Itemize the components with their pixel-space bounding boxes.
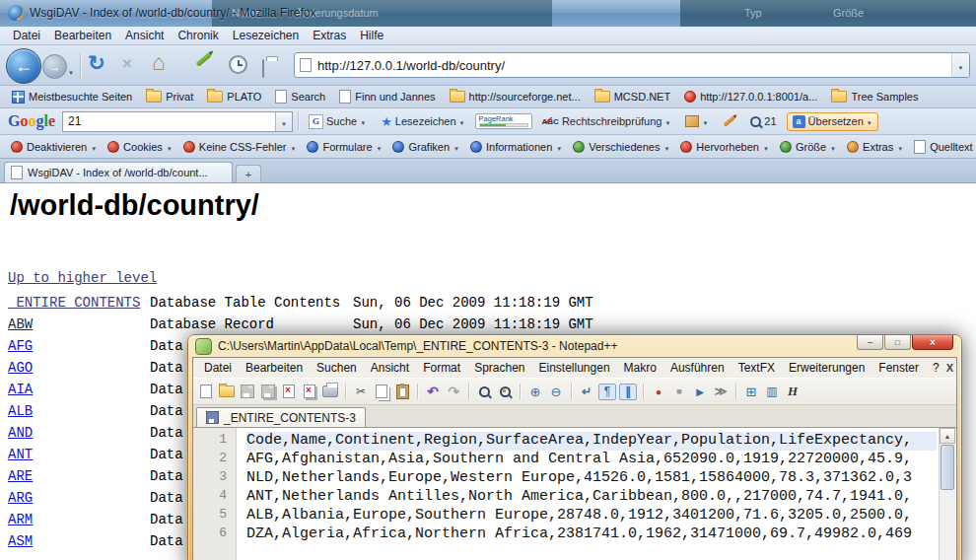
undo-icon[interactable] — [424, 384, 442, 400]
google-search-button[interactable]: Suche — [304, 112, 371, 131]
bookmark-sourceforge[interactable]: http://sourceforge.net... — [444, 89, 587, 105]
find-icon[interactable] — [475, 384, 493, 400]
bookmark-localhost-8001[interactable]: http://127.0.0.1:8001/a... — [678, 89, 823, 105]
scrollbar-thumb[interactable] — [941, 445, 954, 490]
dir-link-ago[interactable]: AGO — [8, 357, 33, 379]
webdev-groesse[interactable]: Größe — [775, 139, 841, 155]
up-to-higher-level-link[interactable]: Up to higher level — [8, 270, 157, 286]
webdev-verschiedenes[interactable]: Verschiedenes — [568, 139, 674, 155]
new-file-icon[interactable] — [197, 384, 215, 400]
np-menu-erweiterungen[interactable]: Erweiterungen — [782, 359, 871, 377]
dir-link-entire-contents[interactable]: ENTIRE CONTENTS — [8, 292, 140, 314]
minimize-button[interactable]: – — [857, 335, 883, 350]
dir-link-afg[interactable]: AFG — [8, 335, 33, 357]
green-pen-icon[interactable] — [195, 52, 211, 67]
np-menu-close-x[interactable]: X — [946, 362, 957, 374]
history-dropdown-icon[interactable] — [68, 61, 74, 79]
url-bar[interactable]: http://127.0.0.1/world-db/country/ — [294, 52, 970, 78]
bookmark-finn-und-jannes[interactable]: Finn und Jannes — [333, 88, 441, 105]
webdev-cookies[interactable]: Cookies — [103, 139, 177, 155]
paste-icon[interactable] — [393, 384, 411, 400]
bookmark-mcsd-net[interactable]: MCSD.NET — [589, 89, 676, 105]
editor-scrollbar[interactable]: ▲ — [939, 428, 956, 560]
dir-link-alb[interactable]: ALB — [8, 400, 33, 422]
dir-link-arm[interactable]: ARM — [8, 509, 33, 530]
scrollbar-up-button[interactable]: ▲ — [940, 428, 955, 444]
webdev-formulare[interactable]: Formulare — [302, 139, 386, 155]
reload-button[interactable] — [88, 51, 105, 75]
google-search-box[interactable]: 21 — [62, 111, 293, 132]
np-menu-einstellungen[interactable]: Einstellungen — [532, 359, 617, 377]
translate-button[interactable]: Übersetzen — [787, 112, 878, 131]
webdev-extras[interactable]: Extras — [842, 139, 908, 155]
np-menu-ausfuehren[interactable]: Ausführen — [663, 359, 732, 377]
notepadpp-titlebar[interactable]: C:\Users\Martin\AppData\Local\Temp\_ENTI… — [188, 335, 961, 357]
webdev-hervorheben[interactable]: Hervorheben — [675, 139, 774, 155]
menu-hilfe[interactable]: Hilfe — [353, 29, 390, 42]
search-history-dropdown[interactable] — [275, 112, 292, 131]
save-all-icon[interactable] — [259, 384, 277, 400]
cut-icon[interactable] — [352, 384, 370, 400]
bookmark-tree-samples[interactable]: Tree Samples — [825, 89, 924, 105]
np-menu-fenster[interactable]: Fenster — [871, 359, 926, 377]
zoom-in-icon[interactable] — [526, 384, 544, 400]
html-preview-icon[interactable] — [784, 384, 802, 400]
tab-wsgidav[interactable]: WsgiDAV - Index of /world-db/count... — [4, 162, 233, 182]
np-tab-entire-contents[interactable]: _ENTIRE_CONTENTS-3 — [196, 407, 366, 427]
dir-link-ant[interactable]: ANT — [8, 444, 33, 465]
google-search-value[interactable]: 21 — [63, 114, 275, 128]
menu-datei[interactable]: Datei — [6, 29, 47, 42]
indent-guide-icon[interactable] — [619, 384, 637, 400]
pagerank-widget[interactable]: PageRank — [475, 113, 532, 129]
bookmark-meistbesuchte-seiten[interactable]: Meistbesuchte Seiten — [6, 89, 138, 105]
play-macro-icon[interactable] — [691, 384, 709, 400]
home-button[interactable] — [152, 49, 166, 76]
autofill-button[interactable] — [718, 117, 740, 125]
np-menu-help[interactable]: ? — [926, 359, 946, 377]
webdev-grafiken[interactable]: Grafiken — [387, 139, 464, 155]
show-all-characters-icon[interactable] — [598, 384, 616, 400]
dir-link-abw[interactable]: ABW — [8, 314, 33, 335]
menu-ansicht[interactable]: Ansicht — [118, 29, 171, 42]
dir-link-and[interactable]: AND — [8, 422, 33, 444]
document-map-icon[interactable] — [763, 384, 781, 400]
bookmark-search[interactable]: Search — [269, 88, 331, 105]
highlight-button[interactable]: 21 — [745, 113, 781, 129]
sendto-button[interactable] — [680, 113, 713, 129]
replace-icon[interactable] — [496, 384, 514, 400]
close-all-icon[interactable] — [301, 384, 318, 400]
close-file-icon[interactable] — [280, 384, 298, 400]
webdev-css-fehler[interactable]: Keine CSS-Fehler — [178, 139, 302, 155]
dir-link-asm[interactable]: ASM — [8, 530, 33, 552]
dir-link-aia[interactable]: AIA — [8, 379, 33, 400]
stop-macro-icon[interactable] — [670, 384, 688, 400]
close-button[interactable]: × — [912, 335, 953, 350]
webdev-deaktivieren[interactable]: Deaktivieren — [6, 139, 102, 155]
save-icon[interactable] — [239, 384, 256, 400]
back-button[interactable] — [6, 48, 41, 84]
url-dropdown-button[interactable] — [951, 53, 969, 77]
np-menu-format[interactable]: Format — [416, 359, 467, 377]
np-menu-datei[interactable]: Datei — [197, 359, 239, 377]
print-button[interactable] — [262, 59, 264, 78]
np-menu-suchen[interactable]: Suchen — [310, 359, 364, 377]
menu-lesezeichen[interactable]: Lesezeichen — [226, 29, 306, 42]
np-menu-ansicht[interactable]: Ansicht — [364, 359, 416, 377]
notepadpp-editor[interactable]: 1 2 3 4 5 6 Code,Name,Continent,Region,S… — [193, 427, 956, 560]
dir-link-arg[interactable]: ARG — [8, 487, 33, 509]
copy-icon[interactable] — [373, 384, 390, 400]
google-bookmarks-button[interactable]: Lesezeichen — [376, 113, 469, 130]
editor-text-area[interactable]: Code,Name,Continent,Region,SurfaceArea,I… — [237, 428, 939, 560]
webdev-informationen[interactable]: Informationen — [465, 139, 567, 155]
stop-button[interactable] — [122, 54, 132, 74]
open-file-icon[interactable] — [218, 384, 236, 400]
np-menu-makro[interactable]: Makro — [617, 359, 663, 377]
dir-link-are[interactable]: ARE — [8, 465, 33, 487]
menu-bearbeiten[interactable]: Bearbeiten — [47, 29, 118, 42]
url-text[interactable]: http://127.0.0.1/world-db/country/ — [317, 58, 951, 73]
new-tab-button[interactable]: + — [236, 165, 261, 182]
np-menu-textfx[interactable]: TextFX — [732, 359, 782, 377]
maximize-button[interactable]: □ — [884, 335, 911, 350]
bookmark-privat[interactable]: Privat — [140, 89, 199, 105]
run-macro-multiple-icon[interactable] — [712, 384, 730, 400]
